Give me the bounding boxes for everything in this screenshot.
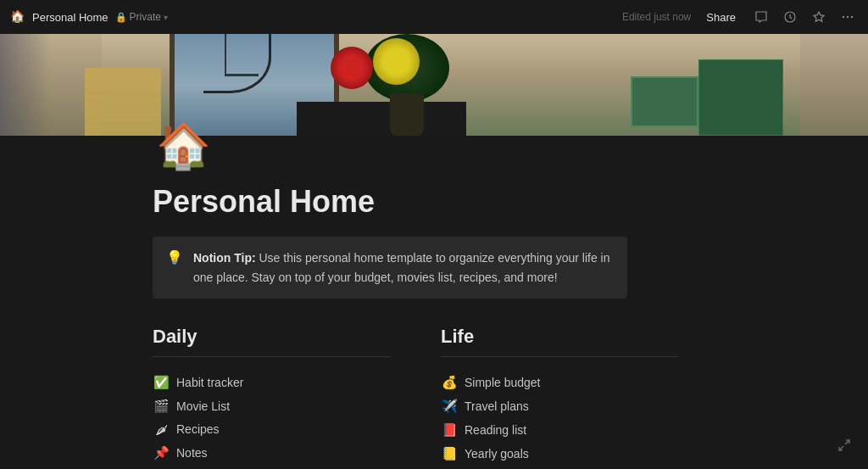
budget-label: Simple budget	[465, 376, 541, 389]
favorite-button[interactable]	[809, 7, 829, 27]
tip-callout: 💡 Notion Tip: Use this personal home tem…	[153, 237, 627, 299]
notes-label: Notes	[176, 446, 208, 460]
travel-icon: ✈️	[441, 399, 458, 414]
movie-list-icon: 🎬	[153, 399, 170, 414]
tip-bold: Notion Tip:	[193, 251, 256, 265]
notes-icon: 📌	[153, 445, 170, 461]
edited-label: Edited just now	[622, 11, 691, 23]
list-item[interactable]: ✅ Habit tracker	[153, 371, 390, 394]
lock-icon: 🔒	[115, 12, 127, 23]
topbar: 🏠 Personal Home 🔒 Private ▾ Edited just …	[0, 0, 868, 34]
topbar-right: Edited just now Share	[622, 7, 858, 27]
habit-tracker-label: Habit tracker	[176, 376, 243, 389]
recipes-icon: 🌶	[153, 422, 170, 437]
page-content: Personal Home 💡 Notion Tip: Use this per…	[0, 183, 868, 466]
topbar-page-title: Personal Home	[32, 11, 108, 24]
list-item[interactable]: 🌶 Recipes	[153, 418, 390, 441]
movie-list-label: Movie List	[176, 399, 230, 413]
list-item[interactable]: 📌 Notes	[153, 441, 390, 465]
travel-label: Travel plans	[465, 399, 529, 413]
life-title: Life	[441, 326, 678, 348]
svg-point-1	[843, 16, 844, 18]
daily-items: ✅ Habit tracker 🎬 Movie List 🌶 Recipes 📌…	[153, 371, 390, 465]
list-item[interactable]: 💰 Simple budget	[441, 371, 678, 394]
goals-label: Yearly goals	[465, 447, 529, 461]
history-button[interactable]	[780, 7, 800, 27]
more-options-button[interactable]	[837, 7, 858, 27]
reading-label: Reading list	[465, 423, 526, 437]
sections-grid: Daily ✅ Habit tracker 🎬 Movie List 🌶 Rec…	[153, 326, 678, 466]
list-item[interactable]: 🎬 Movie List	[153, 394, 390, 418]
tip-body: Use this personal home template to organ…	[193, 251, 610, 283]
expand-button[interactable]	[834, 435, 854, 455]
habit-tracker-icon: ✅	[153, 375, 170, 390]
privacy-button[interactable]: 🔒 Private ▾	[115, 11, 168, 23]
tip-icon: 💡	[166, 249, 183, 265]
list-item[interactable]: 📒 Yearly goals	[441, 442, 678, 466]
chevron-down-icon: ▾	[164, 13, 168, 22]
cover-painting	[0, 34, 868, 136]
topbar-left: 🏠 Personal Home 🔒 Private ▾	[10, 9, 168, 25]
life-section: Life 💰 Simple budget ✈️ Travel plans 📕 R…	[441, 326, 678, 466]
reading-icon: 📕	[441, 422, 458, 438]
daily-section: Daily ✅ Habit tracker 🎬 Movie List 🌶 Rec…	[153, 326, 390, 466]
goals-icon: 📒	[441, 446, 458, 461]
list-item[interactable]: 📕 Reading list	[441, 418, 678, 442]
budget-icon: 💰	[441, 375, 458, 390]
cover-image	[0, 34, 868, 136]
page-icon-small: 🏠	[10, 9, 25, 25]
privacy-label: Private	[130, 11, 161, 23]
share-button[interactable]: Share	[699, 8, 743, 27]
daily-divider	[153, 356, 390, 357]
life-divider	[441, 356, 678, 357]
svg-point-3	[851, 16, 853, 18]
list-item[interactable]: ✈️ Travel plans	[441, 394, 678, 418]
svg-point-2	[847, 16, 849, 18]
comment-button[interactable]	[751, 7, 771, 27]
main-content: 🏠 Personal Home 💡 Notion Tip: Use this p…	[0, 0, 868, 469]
tip-text: Notion Tip: Use this personal home templ…	[193, 248, 614, 287]
page-emoji: 🏠	[153, 115, 214, 176]
recipes-label: Recipes	[176, 422, 220, 436]
daily-title: Daily	[153, 326, 390, 348]
life-items: 💰 Simple budget ✈️ Travel plans 📕 Readin…	[441, 371, 678, 466]
page-title: Personal Home	[153, 183, 715, 220]
